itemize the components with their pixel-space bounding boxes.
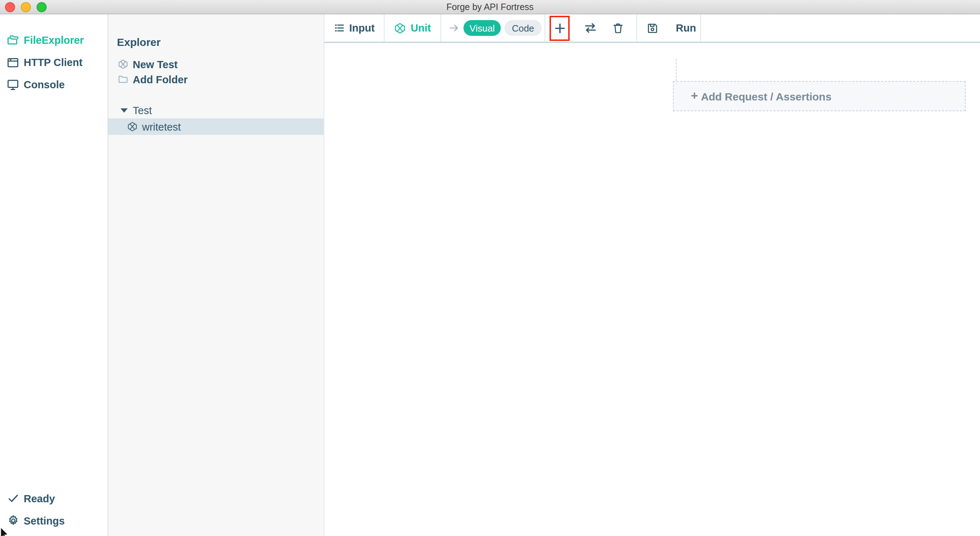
tree-folder-label: Test [133,105,152,116]
run-button[interactable]: Run [676,22,696,34]
unit-button[interactable]: Unit [385,14,441,41]
sidebar-item-label: Console [24,79,65,90]
monitor-icon [6,77,20,91]
new-test-label: New Test [133,59,178,70]
status-label: Ready [24,493,55,504]
view-toggle-group: Visual Code [441,14,545,41]
run-section: Run [637,14,701,41]
left-sidebar: FileExplorer HTTP Client [0,14,108,536]
explorer-panel: Explorer New Test Add Folder [108,14,324,536]
drop-connector-line [676,59,676,81]
check-icon [6,491,20,506]
component-actions [545,14,637,41]
test-canvas: + Add Request / Assertions [324,43,980,536]
arrow-right-icon [449,22,460,34]
unit-label: Unit [411,22,431,34]
add-request-assertions-button[interactable]: + Add Request / Assertions [673,81,966,111]
list-icon [334,22,345,34]
visual-toggle-button[interactable]: Visual [463,20,501,36]
folders-icon [6,33,20,47]
sidebar-item-file-explorer[interactable]: FileExplorer [0,29,108,51]
sidebar-item-settings[interactable]: Settings [0,509,108,532]
explorer-tree: Test writetest [108,103,323,135]
editor-toolbar: Input Unit [324,14,980,43]
cube-icon [118,59,129,70]
app-window: Forge by API Fortress FileExplorer [0,0,980,536]
save-icon[interactable] [646,22,659,34]
explorer-panel-title: Explorer [117,36,323,48]
folder-icon [118,74,129,85]
toolbar-spacer [701,14,980,41]
status-ready: Ready [0,487,108,509]
sidebar-footer: Ready Settings [0,473,108,532]
sidebar-item-console[interactable]: Console [0,73,108,95]
trash-icon[interactable] [612,22,624,34]
new-test-button[interactable]: New Test [118,57,323,72]
settings-label: Settings [24,515,65,526]
reorder-icon[interactable] [583,21,598,35]
input-label: Input [349,22,375,34]
tree-item-writetest[interactable]: writetest [108,118,323,135]
content-area: Input Unit [324,14,980,536]
cube-icon [127,121,138,132]
code-toggle-button[interactable]: Code [504,20,542,36]
caret-down-icon [121,108,128,113]
window-title: Forge by API Fortress [0,2,980,12]
tree-item-label: writetest [142,121,181,132]
add-folder-label: Add Folder [133,73,188,85]
highlight-rectangle [550,16,570,41]
add-request-assertions-label: Add Request / Assertions [701,90,832,102]
title-bar: Forge by API Fortress [0,0,980,14]
gear-icon [6,514,20,528]
sidebar-item-label: FileExplorer [24,34,84,46]
input-button[interactable]: Input [324,14,385,41]
add-component-icon[interactable] [554,22,566,34]
tree-folder-test[interactable]: Test [108,103,323,118]
sidebar-item-label: HTTP Client [24,56,83,68]
mouse-cursor [0,527,9,536]
plus-icon: + [691,89,698,103]
browser-window-icon [6,55,20,69]
add-folder-button[interactable]: Add Folder [118,72,323,87]
sidebar-item-http-client[interactable]: HTTP Client [0,51,108,73]
cube-icon [394,22,406,34]
